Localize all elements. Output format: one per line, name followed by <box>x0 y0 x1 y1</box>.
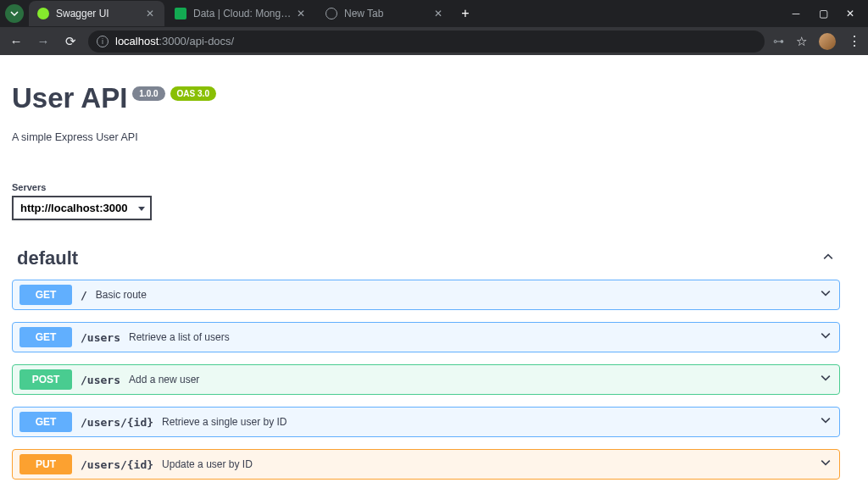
collapse-icon <box>821 250 835 267</box>
operation-get-0[interactable]: GET/Basic route <box>12 280 840 310</box>
tabs-search-button[interactable] <box>5 4 24 23</box>
version-badge: 1.0.0 <box>132 86 164 101</box>
method-badge: GET <box>19 327 72 347</box>
operation-summary: Retrieve a list of users <box>129 331 230 343</box>
passwords-icon[interactable]: ⊶ <box>773 35 784 47</box>
api-description: A simple Express User API <box>12 131 840 143</box>
mongo-favicon <box>175 8 186 19</box>
close-tab-icon[interactable]: ✕ <box>295 8 307 19</box>
api-title: User API <box>12 82 127 114</box>
method-badge: PUT <box>19 454 72 474</box>
tab-swagger-ui[interactable]: Swagger UI ✕ <box>29 1 164 26</box>
method-badge: POST <box>19 369 72 390</box>
page-body: User API 1.0.0 OAS 3.0 A simple Express … <box>0 55 852 488</box>
operation-summary: Retrieve a single user by ID <box>162 416 287 428</box>
new-tab-button[interactable]: + <box>454 3 476 25</box>
tag-section-default: default GET/Basic routeGET/usersRetrieve… <box>12 242 840 488</box>
tab-label: Data | Cloud: MongoDB Cloud <box>193 8 295 19</box>
chevron-down-icon <box>819 371 832 388</box>
maximize-button[interactable]: ▢ <box>817 8 829 19</box>
tab-label: New Tab <box>344 8 383 19</box>
browser-chrome: Swagger UI ✕ Data | Cloud: MongoDB Cloud… <box>0 0 868 55</box>
profile-avatar[interactable] <box>819 33 836 50</box>
tag-header[interactable]: default <box>12 242 840 276</box>
servers-label: Servers <box>12 182 840 192</box>
window-controls: ─ ▢ ✕ <box>790 8 868 19</box>
operation-path: /users <box>81 374 120 386</box>
operation-summary: Add a new user <box>129 374 199 385</box>
close-window-button[interactable]: ✕ <box>844 8 856 19</box>
operation-post-2[interactable]: POST/usersAdd a new user <box>12 364 840 395</box>
chevron-down-icon <box>819 413 832 430</box>
operation-get-3[interactable]: GET/users/{id}Retrieve a single user by … <box>12 407 840 437</box>
operations-list: GET/Basic routeGET/usersRetrieve a list … <box>12 276 840 488</box>
tab-label: Swagger UI <box>56 8 109 19</box>
tab-bar: Swagger UI ✕ Data | Cloud: MongoDB Cloud… <box>0 0 868 27</box>
url-host: localhost <box>115 35 159 47</box>
api-header: User API 1.0.0 OAS 3.0 <box>12 82 840 114</box>
url-input[interactable]: i localhost:3000/api-docs/ <box>88 30 765 53</box>
chrome-menu-button[interactable]: ⋮ <box>848 33 861 49</box>
toolbar-right: ⊶ ☆ ⋮ <box>773 33 861 50</box>
operation-summary: Basic route <box>96 289 147 301</box>
operation-get-1[interactable]: GET/usersRetrieve a list of users <box>12 322 840 352</box>
minimize-button[interactable]: ─ <box>790 8 802 19</box>
close-tab-icon[interactable]: ✕ <box>144 8 156 19</box>
swagger-favicon <box>37 8 49 19</box>
tag-name: default <box>17 247 78 269</box>
site-info-icon[interactable]: i <box>97 36 108 47</box>
tab-mongodb[interactable]: Data | Cloud: MongoDB Cloud ✕ <box>166 1 315 26</box>
operation-path: /users/{id} <box>81 458 153 471</box>
oas-badge: OAS 3.0 <box>170 86 216 101</box>
method-badge: GET <box>19 285 72 305</box>
tab-new[interactable]: New Tab ✕ <box>317 1 453 26</box>
bookmark-icon[interactable]: ☆ <box>796 34 807 49</box>
method-badge: GET <box>19 412 72 432</box>
chevron-down-icon <box>819 286 832 303</box>
servers-select[interactable]: http://localhost:3000 <box>12 196 152 220</box>
url-path: :3000/api-docs/ <box>159 35 234 47</box>
operation-path: /users/{id} <box>81 416 153 429</box>
operation-put-4[interactable]: PUT/users/{id}Update a user by ID <box>12 449 840 480</box>
reload-button[interactable]: ⟳ <box>61 32 80 51</box>
operation-path: / <box>81 289 87 302</box>
address-bar: ← → ⟳ i localhost:3000/api-docs/ ⊶ ☆ ⋮ <box>0 27 868 55</box>
close-tab-icon[interactable]: ✕ <box>432 8 444 19</box>
back-button[interactable]: ← <box>7 32 25 51</box>
operation-summary: Update a user by ID <box>162 458 253 470</box>
globe-favicon <box>326 8 337 19</box>
operation-path: /users <box>81 331 120 344</box>
forward-button[interactable]: → <box>34 32 53 51</box>
servers-section: Servers http://localhost:3000 <box>12 182 840 220</box>
chevron-down-icon <box>819 456 832 473</box>
chevron-down-icon <box>819 329 832 346</box>
